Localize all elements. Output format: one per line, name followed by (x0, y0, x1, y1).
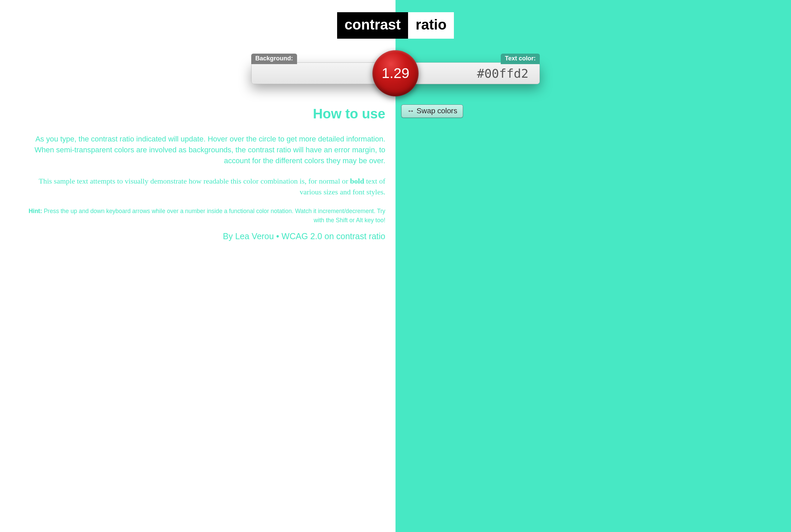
how-to-use-heading: How to use (27, 106, 385, 121)
background-label: Background: (251, 54, 297, 64)
instructions-paragraph: As you type, the contrast ratio indicate… (27, 134, 385, 166)
color-input-row: Background: Text color: 1.29 (251, 62, 540, 84)
sample-text-bold: bold (350, 177, 364, 185)
swap-colors-button[interactable]: ↔ Swap colors (401, 104, 463, 118)
logo: contrast ratio (0, 0, 791, 39)
contrast-ratio-badge[interactable]: 1.29 (372, 50, 419, 96)
sample-text-a: This sample text attempts to visually de… (39, 177, 350, 185)
textcolor-label: Text color: (501, 54, 540, 64)
hint-text: Press the up and down keyboard arrows wh… (42, 208, 385, 223)
text-color-input[interactable] (446, 63, 641, 84)
logo-word-contrast: contrast (337, 12, 408, 39)
hint-label: Hint: (29, 208, 42, 214)
hint-paragraph: Hint: Press the up and down keyboard arr… (27, 207, 385, 225)
logo-word-ratio: ratio (408, 12, 454, 39)
footer-credits[interactable]: By Lea Verou • WCAG 2.0 on contrast rati… (27, 231, 385, 241)
sample-text-paragraph: This sample text attempts to visually de… (27, 176, 385, 197)
